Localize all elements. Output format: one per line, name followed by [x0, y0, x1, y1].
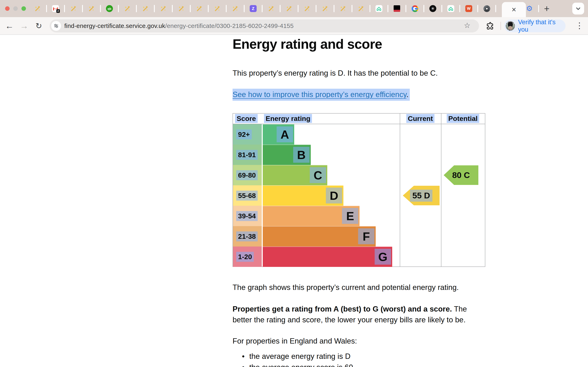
browser-menu-button[interactable]: ⋮ [575, 21, 584, 30]
back-button[interactable]: ← [3, 17, 16, 34]
pinned-tab[interactable] [373, 2, 385, 15]
band-letter: E [342, 208, 358, 224]
pinned-tab[interactable]: ✳ [426, 2, 439, 15]
pinned-tab[interactable] [121, 2, 134, 15]
epc-band-row-a: 92+A [233, 124, 400, 145]
sparkle-icon [286, 5, 293, 12]
back-arrow-icon: ← [5, 21, 14, 31]
band-score-range: 1-20 [236, 252, 254, 262]
band-bar [263, 247, 392, 267]
tab-separator [226, 5, 227, 12]
pinned-tab[interactable] [31, 2, 44, 15]
improve-link[interactable]: See how to improve this property’s energ… [233, 90, 406, 99]
chrome-icon [484, 5, 490, 12]
home-teal-icon [447, 5, 454, 12]
tab-separator [477, 5, 478, 12]
site-info-button[interactable] [51, 21, 61, 31]
address-bar[interactable]: find-energy-certificate.service.gov.uk/e… [50, 19, 479, 33]
pinned-tab[interactable] [139, 2, 152, 15]
tab-separator [424, 5, 424, 12]
regions-intro: For properties in England and Wales: [233, 336, 357, 346]
tab-separator [280, 5, 281, 12]
pinned-tab[interactable] [157, 2, 170, 15]
average-stats-list: the average energy rating is Dthe averag… [233, 351, 488, 367]
pinned-tab[interactable] [355, 2, 367, 15]
sparkle-icon [321, 5, 329, 12]
new-tab-button[interactable]: + [541, 0, 553, 17]
window-zoom-button[interactable] [21, 6, 26, 11]
page-title: Energy rating and score [233, 36, 382, 52]
pinned-tab[interactable] [480, 2, 493, 15]
google-icon [412, 5, 418, 12]
band-letter: C [310, 167, 326, 183]
unread-badge: 2 [56, 9, 60, 13]
avatar [506, 21, 515, 31]
profile-chip[interactable]: Verify that it's you [504, 20, 566, 32]
sparkle-icon [214, 5, 221, 12]
column-divider [441, 114, 441, 267]
pinned-tab[interactable]: 2 [49, 2, 62, 15]
band-letter: A [277, 126, 293, 142]
potential-rating-arrow: 80 C [444, 165, 478, 185]
window-close-button[interactable] [5, 6, 9, 11]
bookmark-star-icon[interactable]: ☆ [464, 21, 470, 30]
url-text[interactable]: find-energy-certificate.service.gov.uk/e… [64, 22, 294, 29]
band-letter: B [293, 147, 310, 163]
pinned-tab[interactable] [301, 2, 313, 15]
pinned-tab[interactable] [390, 2, 403, 15]
current-rating-arrow: 55 D [403, 186, 440, 205]
sparkle-icon [357, 5, 364, 12]
rating-explanation: Properties get a rating from A (best) to… [233, 304, 488, 325]
current-rating-value: 55 D [410, 190, 433, 202]
tab-settings[interactable]: ⚙ [523, 0, 536, 17]
epc-band-row-d: 55-68D [233, 185, 400, 206]
z-purple-icon: Z [250, 5, 257, 12]
chevron-down-icon [575, 6, 581, 11]
pinned-tab[interactable] [319, 2, 331, 15]
pinned-tab[interactable] [283, 2, 295, 15]
forward-button[interactable]: → [17, 17, 31, 34]
pinned-tab[interactable] [85, 2, 98, 15]
rating-explanation-bold: Properties get a rating from A (best) to… [233, 305, 452, 313]
band-score-range: 55-68 [236, 191, 258, 201]
reload-button[interactable]: ↻ [32, 17, 45, 34]
band-score-cell: 55-68 [233, 185, 262, 206]
pinned-tab[interactable] [265, 2, 277, 15]
pinned-tab[interactable] [444, 2, 457, 15]
pinned-tab[interactable]: W [462, 2, 475, 15]
pinned-tab[interactable] [408, 2, 421, 15]
pinned-tab[interactable] [67, 2, 80, 15]
tab-separator [46, 5, 47, 12]
pinned-tab[interactable]: Z [247, 2, 259, 15]
sparkle-icon [232, 5, 239, 12]
epc-band-row-e: 39-54E [233, 206, 400, 226]
band-score-cell: 92+ [233, 124, 262, 145]
url-domain: find-energy-certificate.service.gov.uk [64, 22, 165, 29]
sparkle-icon [160, 5, 167, 12]
sparkle-icon [339, 5, 346, 12]
extensions-button[interactable] [485, 21, 494, 31]
band-letter: F [358, 228, 374, 244]
tab-separator [388, 5, 388, 12]
window-minimize-button[interactable] [13, 6, 18, 11]
tab-search-button[interactable] [572, 3, 584, 15]
pinned-tab[interactable] [193, 2, 206, 15]
band-score-cell: 21-38 [233, 226, 262, 247]
active-tab[interactable]: × [502, 2, 526, 17]
sparkle-icon [303, 5, 311, 12]
page-content: Energy rating and score This property’s … [0, 35, 588, 367]
tab-separator [495, 5, 496, 12]
tab-close-icon[interactable]: × [512, 6, 516, 13]
pinned-tab[interactable] [337, 2, 349, 15]
sparkle-icon [268, 5, 275, 12]
sparkle-icon [142, 5, 149, 12]
pinned-tab[interactable]: qb [103, 2, 116, 15]
black-red-swatch-icon [394, 5, 400, 12]
band-score-range: 92+ [236, 129, 252, 140]
gmail-icon: 2 [52, 5, 59, 12]
tab-separator [334, 5, 334, 12]
pinned-tab[interactable] [175, 2, 188, 15]
pinned-tab[interactable] [229, 2, 242, 15]
tab-separator [82, 5, 83, 12]
pinned-tab[interactable] [211, 2, 224, 15]
